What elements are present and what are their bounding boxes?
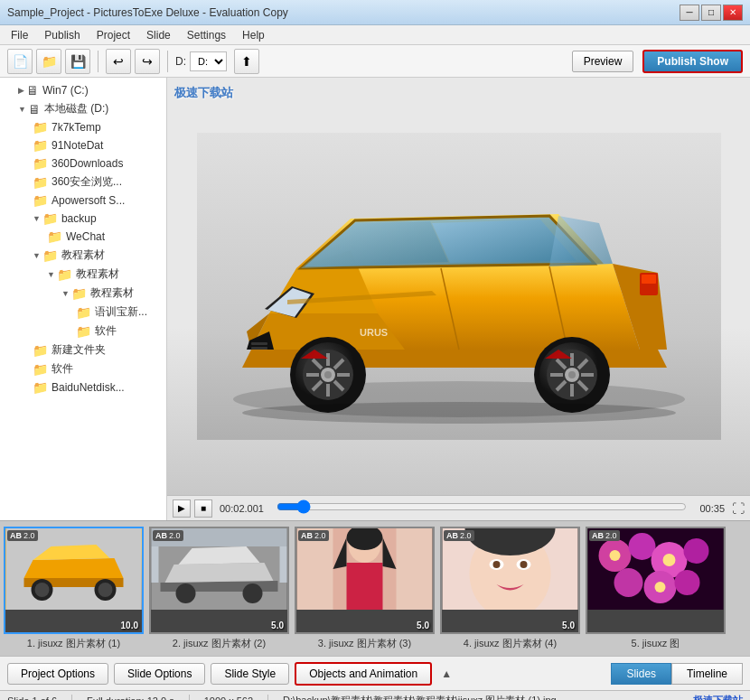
film-duration-1: 10.0 bbox=[121, 621, 138, 630]
film-label-4: 4. jisuxz 图片素材 (4) bbox=[440, 637, 580, 650]
resolution: 1000 x 562 bbox=[204, 695, 253, 701]
film-thumbnail-3: AB 2.0 5.0 bbox=[295, 527, 435, 634]
timeline-tab[interactable]: Timeline bbox=[671, 663, 743, 685]
sidebar-item-ruanjian1[interactable]: 📁 软件 bbox=[0, 359, 166, 378]
sidebar-item-yuxun[interactable]: 📁 语训宝新... bbox=[0, 303, 166, 322]
stop-button[interactable]: ■ bbox=[194, 499, 212, 518]
sidebar-item-label: 教程素材 bbox=[90, 285, 134, 301]
sidebar-item-360dl[interactable]: 📁 360Downloads bbox=[0, 154, 166, 173]
minimize-button[interactable]: ─ bbox=[680, 5, 699, 21]
slide-options-button[interactable]: Slide Options bbox=[114, 663, 205, 685]
film-label-3: 3. jisuxz 图片素材 (3) bbox=[295, 637, 435, 650]
triangle-icon[interactable]: ▲ bbox=[441, 667, 452, 680]
menu-project[interactable]: Project bbox=[89, 27, 137, 43]
sidebar-item-label: 软件 bbox=[52, 361, 73, 377]
sidebar-item-wechat[interactable]: 📁 WeChat bbox=[0, 228, 166, 246]
tree-arrow[interactable]: ▼ bbox=[18, 105, 26, 114]
film-label-5: 5. jisuxz 图 bbox=[586, 637, 726, 650]
sidebar-item-label: 教程素材 bbox=[61, 247, 105, 263]
tree-arrow[interactable]: ▶ bbox=[18, 86, 24, 95]
folder-icon: 📁 bbox=[71, 286, 87, 301]
sidebar-item-label: 软件 bbox=[95, 323, 117, 339]
drive-selector: D: D: bbox=[175, 51, 227, 71]
undo-button[interactable]: ↩ bbox=[106, 49, 131, 74]
filmstrip-item-1[interactable]: AB 2.0 10.0 1. jisuxz 图片素材 (1) bbox=[4, 527, 144, 650]
open-button[interactable]: 📁 bbox=[36, 49, 61, 74]
bottom-toolbar: Project Options Slide Options Slide Styl… bbox=[0, 656, 750, 690]
sidebar-item-label: 360安全浏览... bbox=[52, 174, 122, 190]
svg-rect-47 bbox=[280, 546, 287, 583]
film-label-1: 1. jisuxz 图片素材 (1) bbox=[4, 637, 144, 650]
svg-rect-2 bbox=[251, 342, 267, 345]
file-path: D:\backup\教程素材\教程素材\教程素材\jisuxz 图片素材 (1)… bbox=[283, 694, 679, 700]
drive-icon: 🖥 bbox=[26, 83, 39, 98]
film-badge-1: AB 2.0 bbox=[7, 530, 38, 541]
save-button[interactable]: 💾 bbox=[65, 49, 90, 74]
car-svg: URUS bbox=[197, 133, 721, 440]
filmstrip-item-4[interactable]: AB 2.0 5.0 4. jisuxz 图片素材 (4) bbox=[440, 527, 580, 650]
filmstrip-item-2[interactable]: AB 2.0 5.0 2. jisuxz 图片素材 (2) bbox=[149, 527, 289, 650]
svg-point-70 bbox=[655, 582, 666, 593]
menu-file[interactable]: File bbox=[4, 27, 35, 43]
preview-button[interactable]: Preview bbox=[572, 51, 634, 72]
sidebar-item-newfolder[interactable]: 📁 新建文件夹 bbox=[0, 341, 166, 359]
slide-style-button[interactable]: Slide Style bbox=[211, 663, 289, 685]
new-button[interactable]: 📄 bbox=[7, 49, 33, 74]
tree-arrow[interactable]: ▼ bbox=[33, 251, 41, 260]
sidebar-item-jiaocheng1[interactable]: ▼ 📁 教程素材 bbox=[0, 246, 166, 265]
tree-arrow[interactable]: ▼ bbox=[33, 214, 41, 223]
film-duration-3: 5.0 bbox=[417, 621, 429, 630]
redo-button[interactable]: ↪ bbox=[135, 49, 160, 74]
project-options-button[interactable]: Project Options bbox=[7, 663, 108, 685]
folder-icon: 📁 bbox=[33, 175, 48, 190]
filmstrip-item-5[interactable]: AB 2.0 5. jisuxz 图 bbox=[586, 527, 726, 650]
sidebar-item-baidunetdisk[interactable]: 📁 BaiduNetdisk... bbox=[0, 378, 166, 397]
svg-point-40 bbox=[98, 583, 113, 597]
sidebar-item-win7c[interactable]: ▶ 🖥 Win7 (C:) bbox=[0, 81, 166, 99]
drive-label: D: bbox=[175, 55, 186, 68]
drive-dropdown[interactable]: D: bbox=[190, 51, 227, 71]
play-button[interactable]: ▶ bbox=[173, 499, 191, 518]
menu-help[interactable]: Help bbox=[235, 27, 272, 43]
menu-slide[interactable]: Slide bbox=[139, 27, 178, 43]
sidebar-item-7k7k[interactable]: 📁 7k7kTemp bbox=[0, 118, 166, 136]
sidebar-item-ruanjian4[interactable]: 📁 软件 bbox=[0, 322, 166, 341]
fullscreen-button[interactable]: ⛶ bbox=[732, 501, 745, 516]
svg-point-38 bbox=[35, 583, 50, 597]
slides-tab[interactable]: Slides bbox=[611, 663, 671, 685]
publish-show-button[interactable]: Publish Show bbox=[642, 50, 743, 73]
sidebar-item-label: 新建文件夹 bbox=[52, 342, 106, 358]
objects-animation-button[interactable]: Objects and Animation bbox=[295, 662, 432, 686]
sidebar-item-jiaocheng3[interactable]: ▼ 📁 教程素材 bbox=[0, 284, 166, 303]
file-tree-sidebar[interactable]: ▶ 🖥 Win7 (C:) ▼ 🖥 本地磁盘 (D:) 📁 7k7kTemp 📁 bbox=[0, 78, 167, 520]
filmstrip-item-3[interactable]: AB 2.0 5.0 3. jisuxz 图片素材 (3) bbox=[295, 527, 435, 650]
sidebar-item-label: 教程素材 bbox=[76, 266, 119, 282]
film-thumbnail-1: AB 2.0 10.0 bbox=[4, 527, 144, 634]
folder-icon: 📁 bbox=[33, 343, 48, 358]
menu-settings[interactable]: Settings bbox=[180, 27, 233, 43]
close-button[interactable]: ✕ bbox=[723, 5, 743, 21]
folder-icon: 📁 bbox=[33, 362, 48, 377]
menu-publish[interactable]: Publish bbox=[37, 27, 87, 43]
folder-icon: 📁 bbox=[33, 120, 48, 135]
window-title: Sample_Project - PicturesToExe Deluxe - … bbox=[7, 6, 680, 19]
sidebar-item-locald[interactable]: ▼ 🖥 本地磁盘 (D:) bbox=[0, 99, 166, 118]
timeline-slider-container bbox=[277, 499, 688, 517]
film-duration-4: 5.0 bbox=[562, 621, 575, 630]
full-duration: Full duration: 12.0 s bbox=[87, 695, 174, 701]
sidebar-item-backup[interactable]: ▼ 📁 backup bbox=[0, 210, 166, 228]
sidebar-item-360browser[interactable]: 📁 360安全浏览... bbox=[0, 173, 166, 191]
folder-icon: 📁 bbox=[33, 156, 48, 171]
sidebar-item-91note[interactable]: 📁 91NoteDat bbox=[0, 136, 166, 154]
tree-arrow[interactable]: ▼ bbox=[61, 289, 70, 298]
timeline-control-bar: ▶ ■ 00:02.001 00:35 ⛶ bbox=[167, 495, 750, 520]
timeline-slider[interactable] bbox=[277, 499, 688, 514]
tree-arrow[interactable]: ▼ bbox=[47, 270, 55, 279]
folder-up-button[interactable]: ⬆ bbox=[234, 49, 259, 74]
folder-icon: 📁 bbox=[42, 211, 58, 226]
sidebar-item-apowersoft[interactable]: 📁 Apowersoft S... bbox=[0, 191, 166, 210]
svg-point-35 bbox=[242, 402, 676, 424]
sidebar-item-jiaocheng2[interactable]: ▼ 📁 教程素材 bbox=[0, 265, 166, 284]
maximize-button[interactable]: □ bbox=[701, 5, 721, 21]
title-bar: Sample_Project - PicturesToExe Deluxe - … bbox=[0, 0, 750, 25]
